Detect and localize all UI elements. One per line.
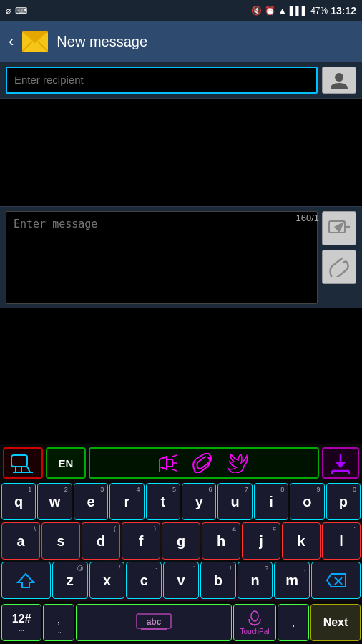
svg-marker-14 bbox=[160, 457, 167, 469]
battery-text: 47% bbox=[310, 6, 328, 16]
svg-marker-22 bbox=[336, 462, 346, 468]
megaphone-icon bbox=[157, 454, 178, 472]
comma-key[interactable]: , ... bbox=[43, 604, 74, 641]
delete-key[interactable] bbox=[311, 562, 361, 599]
svg-text:abc: abc bbox=[147, 617, 162, 627]
key-n[interactable]: ?n bbox=[238, 562, 273, 599]
key-q[interactable]: 1q bbox=[1, 483, 36, 520]
svg-marker-6 bbox=[334, 221, 345, 233]
key-d[interactable]: (d bbox=[82, 522, 120, 560]
keyboard-row-2: \a s (d )f g &h #j k "l bbox=[1, 522, 361, 560]
keyboard-area: EN bbox=[0, 444, 362, 644]
key-s[interactable]: s bbox=[41, 522, 80, 560]
key-a[interactable]: \a bbox=[1, 522, 40, 560]
signal-icon: ▌▌▌ bbox=[290, 6, 308, 16]
lang-label: EN bbox=[59, 457, 74, 469]
char-count: 160/1 bbox=[295, 213, 319, 223]
abc-icon: abc bbox=[135, 613, 172, 633]
download-button[interactable] bbox=[322, 447, 359, 479]
key-r[interactable]: 4r bbox=[109, 483, 144, 520]
language-button[interactable]: EN bbox=[46, 447, 86, 479]
mute-icon: 🔇 bbox=[251, 6, 262, 16]
key-m[interactable]: ;m bbox=[274, 562, 310, 599]
svg-line-18 bbox=[172, 469, 177, 471]
key-w[interactable]: 2w bbox=[37, 483, 72, 520]
keyboard-row-3: @z /x -c 'v !b ?n ;m bbox=[1, 562, 361, 599]
usb-icon: ⌀ bbox=[6, 6, 11, 16]
period-key[interactable]: . bbox=[278, 604, 309, 641]
time-display: 13:12 bbox=[331, 5, 356, 16]
svg-line-16 bbox=[172, 455, 177, 457]
abc-mode-key[interactable]: abc bbox=[76, 604, 232, 641]
mail-icon bbox=[22, 31, 48, 52]
key-h[interactable]: &h bbox=[202, 522, 240, 560]
back-button[interactable]: ‹ bbox=[9, 32, 14, 51]
side-buttons bbox=[322, 211, 356, 284]
key-u[interactable]: 7u bbox=[217, 483, 252, 520]
numbers-key[interactable]: 12# ... bbox=[1, 604, 41, 641]
svg-line-12 bbox=[27, 467, 30, 472]
microphone-key[interactable]: TouchPal bbox=[233, 604, 276, 641]
bird-icon bbox=[227, 453, 251, 473]
next-button[interactable]: Next bbox=[310, 604, 361, 641]
keyboard-icon: ⌨ bbox=[15, 6, 27, 16]
header: ‹ New message bbox=[0, 21, 362, 62]
key-y[interactable]: 6y bbox=[182, 483, 216, 520]
key-b[interactable]: !b bbox=[200, 562, 236, 599]
keyboard-bottom-row: 12# ... , ... abc TouchPal . bbox=[0, 601, 362, 644]
key-l[interactable]: "l bbox=[322, 522, 361, 560]
touchpal-label: TouchPal bbox=[240, 628, 269, 635]
status-left-icons: ⌀ ⌨ bbox=[6, 6, 27, 16]
message-input[interactable] bbox=[6, 211, 318, 304]
key-p[interactable]: 0p bbox=[326, 483, 361, 520]
wifi-icon: ▲ bbox=[278, 6, 287, 16]
recipient-input[interactable] bbox=[6, 67, 318, 94]
key-f[interactable]: )f bbox=[122, 522, 160, 560]
key-k[interactable]: k bbox=[282, 522, 321, 560]
shift-icon bbox=[16, 572, 35, 588]
backspace-icon bbox=[326, 572, 347, 588]
message-input-section: 160/1 bbox=[0, 206, 362, 308]
key-o[interactable]: 9o bbox=[290, 483, 324, 520]
svg-rect-9 bbox=[11, 455, 27, 467]
key-t[interactable]: 5t bbox=[146, 483, 180, 520]
svg-marker-26 bbox=[18, 574, 34, 588]
attach-button[interactable] bbox=[322, 250, 356, 284]
send-icon bbox=[328, 219, 350, 238]
status-bar: ⌀ ⌨ 🔇 ⏰ ▲ ▌▌▌ 47% 13:12 bbox=[0, 0, 362, 21]
send-button[interactable] bbox=[322, 211, 356, 245]
svg-rect-31 bbox=[141, 628, 167, 630]
keyboard-row-1: 1q 2w 3e 4r 5t 6y 7u 8i 9o 0p bbox=[1, 483, 361, 520]
microphone-icon bbox=[247, 610, 263, 626]
clip-icon bbox=[192, 453, 212, 473]
alarm-icon: ⏰ bbox=[265, 6, 275, 16]
key-j[interactable]: #j bbox=[242, 522, 280, 560]
key-x[interactable]: /x bbox=[89, 562, 125, 599]
key-z[interactable]: @z bbox=[52, 562, 88, 599]
gesture-button[interactable] bbox=[3, 447, 43, 479]
gesture-icon bbox=[10, 452, 36, 474]
svg-marker-8 bbox=[348, 225, 350, 229]
page-title: New message bbox=[57, 34, 147, 50]
svg-point-32 bbox=[251, 611, 258, 621]
key-v[interactable]: 'v bbox=[163, 562, 199, 599]
shift-key[interactable] bbox=[1, 562, 51, 599]
svg-point-4 bbox=[335, 73, 343, 82]
keyboard-toolbar: EN bbox=[0, 444, 362, 482]
person-icon bbox=[329, 70, 349, 90]
key-c[interactable]: -c bbox=[126, 562, 162, 599]
svg-rect-15 bbox=[167, 459, 172, 467]
key-e[interactable]: 3e bbox=[74, 483, 108, 520]
emoji-toolbar[interactable] bbox=[89, 447, 319, 479]
message-body-area bbox=[0, 99, 362, 206]
recipient-row bbox=[0, 62, 362, 99]
paperclip-attach-icon bbox=[329, 257, 349, 277]
key-i[interactable]: 8i bbox=[254, 483, 288, 520]
status-right-icons: 🔇 ⏰ ▲ ▌▌▌ 47% 13:12 bbox=[251, 5, 356, 16]
key-g[interactable]: g bbox=[162, 522, 200, 560]
contact-picker-button[interactable] bbox=[322, 67, 356, 94]
download-icon bbox=[331, 452, 351, 474]
